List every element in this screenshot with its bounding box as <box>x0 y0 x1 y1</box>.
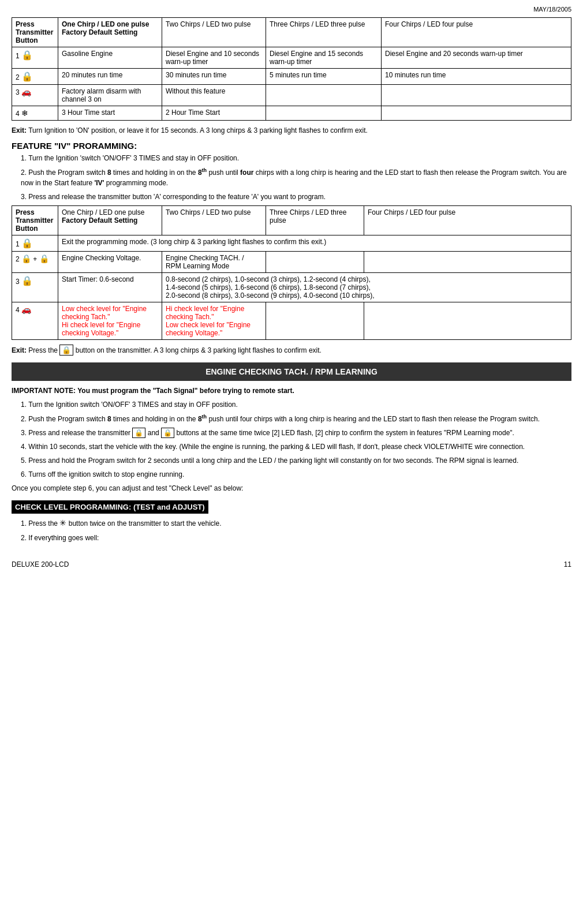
table-row: Diesel Engine and 10 seconds warn-up tim… <box>162 47 266 69</box>
table-row: 20 minutes run time <box>58 69 162 85</box>
table-row: 2 🔒 + 🔒 <box>12 252 58 273</box>
table-row <box>382 106 571 121</box>
table-row <box>266 106 382 121</box>
table-row: Diesel Engine and 15 seconds warn-up tim… <box>266 47 382 69</box>
table2: Press Transmitter Button One Chirp / LED… <box>12 205 571 340</box>
t1-header-col0: Press Transmitter Button <box>12 18 58 47</box>
rpm-step4: 4. Within 10 seconds, start the vehicle … <box>21 442 571 452</box>
feature-iv-step1: 1. Turn the Ignition 'switch 'ON/OFF' 3 … <box>21 153 571 163</box>
table-row: 2 Hour Time Start <box>162 106 266 121</box>
table-row: Factory alarm disarm with channel 3 on <box>58 85 162 106</box>
table-row: 3 🚗 <box>12 85 58 106</box>
table-row: 1 🔒 <box>12 235 58 252</box>
table-row: Exit the programming mode. (3 long chirp… <box>58 235 571 252</box>
t1-header-col1: One Chirp / LED one pulse Factory Defaul… <box>58 18 162 47</box>
footer-right: 11 <box>564 560 571 568</box>
t2-header-col0: Press Transmitter Button <box>12 206 58 235</box>
once-complete: Once you complete step 6, you can adjust… <box>12 483 571 493</box>
table-row <box>266 302 364 340</box>
table-row: 3 Hour Time start <box>58 106 162 121</box>
footer-left: DELUXE 200-LCD <box>12 560 69 568</box>
footer: DELUXE 200-LCD 11 <box>12 560 571 568</box>
t1-header-col2: Two Chirps / LED two pulse <box>162 18 266 47</box>
table-row: 1 🔒 <box>12 47 58 69</box>
rpm-step6: 6. Turns off the ignition switch to stop… <box>21 469 571 480</box>
table-row: Engine Checking Voltage. <box>58 252 162 273</box>
t2-header-col2: Two Chirps / LED two pulse <box>162 206 266 235</box>
cl-step2: 2. If everything goes well: <box>21 533 571 543</box>
table-row <box>364 252 571 273</box>
rpm-step3: 3. Press and release the transmitter 🔒 a… <box>21 428 571 438</box>
cl-step1: 1. Press the ✳ button twice on the trans… <box>21 517 571 529</box>
rpm-step2: 2. Push the Program switch 8 times and h… <box>21 413 571 424</box>
table-row: Start Timer: 0.6-second <box>58 273 162 302</box>
feature-iv-step2: 2. Push the Program switch 8 times and h… <box>21 167 571 188</box>
table-row: 3 🔒 <box>12 273 58 302</box>
table-row: Without this feature <box>162 85 266 106</box>
feature-iv-title: FEATURE "IV" PRORAMMING: <box>12 141 571 151</box>
table1: Press Transmitter Button One Chirp / LED… <box>12 17 571 121</box>
t1-header-col4: Four Chirps / LED four pulse <box>382 18 571 47</box>
table-row <box>364 302 571 340</box>
table-row: 5 minutes run time <box>266 69 382 85</box>
table-row: 10 minutes run time <box>382 69 571 85</box>
table-row: Low check level for "Engine checking Tac… <box>58 302 162 340</box>
rpm-step5: 5. Press and hold the Program switch for… <box>21 455 571 466</box>
table-row: Gasoline Engine <box>58 47 162 69</box>
exit1-text: Exit: Turn Ignition to 'ON' position, or… <box>12 125 571 136</box>
header-date: MAY/18/2005 <box>12 6 571 13</box>
table-row <box>382 85 571 106</box>
feature-iv-step3: 3. Press and release the transmitter but… <box>21 192 571 202</box>
table-row: 4 🚗 <box>12 302 58 340</box>
table-row <box>266 85 382 106</box>
t1-header-col3: Three Chirps / LED three pulse <box>266 18 382 47</box>
t2-header-col3: Three Chirps / LED three pulse <box>266 206 364 235</box>
table-row: 2 🔒 <box>12 69 58 85</box>
t2-header-col1: One Chirp / LED one pulse Factory Defaul… <box>58 206 162 235</box>
exit2-text: Exit: Press the 🔒 button on the transmit… <box>12 345 571 357</box>
rpm-step1: 1. Turn the Ignition switch 'ON/OFF' 3 T… <box>21 399 571 410</box>
table-row <box>266 252 364 273</box>
t2-header-col4: Four Chirps / LED four pulse <box>364 206 571 235</box>
check-level-banner: CHECK LEVEL PROGRAMMING: (TEST and ADJUS… <box>12 500 208 514</box>
table-row: Engine Checking TACH. /RPM Learning Mode <box>162 252 266 273</box>
table-row: Hi check level for "Engine checking Tach… <box>162 302 266 340</box>
table-row: Diesel Engine and 20 seconds warn-up tim… <box>382 47 571 69</box>
engine-banner: ENGINE CHECKING TACH. / RPM LEARNING <box>12 362 571 381</box>
table-row: 0.8-second (2 chirps), 1.0-second (3 chi… <box>162 273 571 302</box>
important-note: IMPORTANT NOTE: You must program the "Ta… <box>12 386 571 396</box>
table-row: 4 ❄ <box>12 106 58 121</box>
table-row: 30 minutes run time <box>162 69 266 85</box>
